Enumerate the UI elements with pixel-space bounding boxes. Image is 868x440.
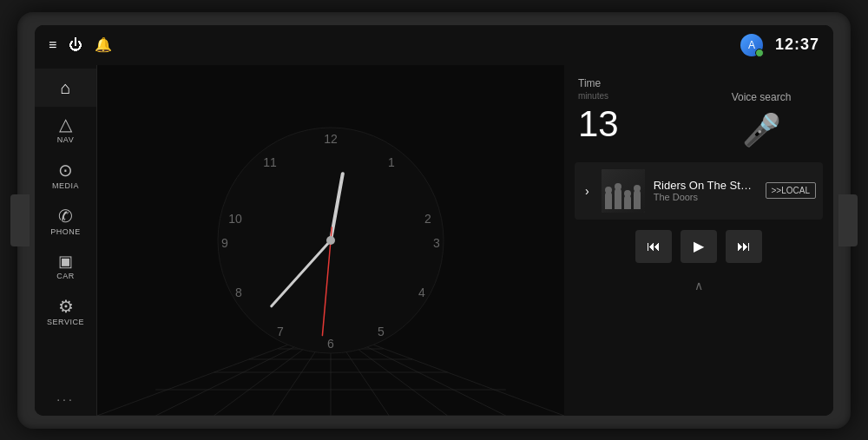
expand-icon[interactable]: ›	[582, 181, 593, 201]
svg-text:9: 9	[221, 236, 228, 250]
time-widget: Time minutes 13	[578, 77, 694, 148]
nav-icon: △	[59, 115, 72, 133]
player-controls: ⏮ ▶ ⏭	[575, 227, 823, 266]
time-widget-subtitle: minutes	[578, 91, 608, 101]
svg-text:2: 2	[424, 212, 431, 226]
svg-text:3: 3	[433, 236, 440, 250]
album-art-bg	[602, 169, 645, 213]
car-icon: ▣	[58, 253, 73, 269]
next-button[interactable]: ⏭	[726, 230, 762, 263]
phone-icon: ✆	[58, 207, 73, 225]
service-icon: ⚙	[58, 298, 74, 315]
menu-icon[interactable]: ≡	[49, 37, 56, 53]
collapse-chevron[interactable]: ∧	[575, 273, 823, 298]
prev-icon: ⏮	[647, 239, 661, 254]
mount-bracket-right	[838, 194, 858, 246]
clock-area: .gl { stroke: #2a2a2a; stroke-width: 0.5…	[97, 65, 564, 416]
sidebar-item-nav[interactable]: △ NAV	[35, 107, 96, 153]
time-widget-value: 13	[578, 106, 619, 142]
person-2	[615, 188, 621, 209]
sidebar-item-car[interactable]: ▣ CAR	[35, 245, 96, 289]
sidebar-item-service[interactable]: ⚙ SERVICE	[35, 289, 96, 335]
play-button[interactable]: ▶	[681, 230, 717, 263]
voice-widget-title: Voice search	[732, 91, 792, 103]
widgets-row: Time minutes 13 Voice search 🎤	[564, 65, 833, 155]
person-1	[605, 192, 612, 209]
voice-search-widget[interactable]: Voice search 🎤	[703, 77, 819, 148]
sidebar-item-service-label: SERVICE	[47, 318, 84, 326]
status-bar-right: A 12:37	[740, 34, 819, 56]
local-button[interactable]: >>LOCAL	[766, 182, 816, 199]
track-artist: The Doors	[654, 192, 757, 202]
sidebar: ⌂ △ NAV ⊙ MEDIA ✆ PHONE ▣ CAR	[35, 65, 97, 416]
sidebar-item-phone[interactable]: ✆ PHONE	[35, 199, 96, 245]
status-bar-left: ≡ ⏻ 🔔	[49, 36, 740, 53]
svg-text:5: 5	[378, 325, 385, 338]
track-title: Riders On The Storm	[654, 179, 757, 192]
car-head-unit: ≡ ⏻ 🔔 A 12:37 ⌂ △ NAV ⊙	[17, 12, 851, 429]
status-clock: 12:37	[775, 36, 819, 54]
play-icon: ▶	[694, 238, 704, 254]
next-icon: ⏭	[737, 239, 751, 254]
avatar[interactable]: A	[740, 34, 763, 56]
svg-text:10: 10	[228, 212, 242, 226]
svg-text:1: 1	[388, 155, 395, 169]
album-art	[602, 169, 645, 213]
screen: ≡ ⏻ 🔔 A 12:37 ⌂ △ NAV ⊙	[35, 25, 833, 416]
mount-bracket-left	[10, 194, 30, 246]
svg-text:7: 7	[277, 325, 284, 338]
media-icon: ⊙	[58, 161, 73, 179]
sidebar-item-home[interactable]: ⌂	[35, 69, 96, 107]
sidebar-item-media-label: MEDIA	[52, 181, 79, 190]
sidebar-item-car-label: CAR	[56, 272, 75, 280]
status-bar: ≡ ⏻ 🔔 A 12:37	[35, 25, 833, 65]
svg-text:6: 6	[327, 337, 334, 351]
sidebar-more[interactable]: ...	[56, 381, 75, 412]
svg-point-31	[326, 236, 335, 245]
band-silhouette	[605, 188, 641, 213]
person-3	[624, 195, 631, 209]
sidebar-item-nav-label: NAV	[57, 135, 74, 144]
bell-icon[interactable]: 🔔	[95, 36, 112, 53]
analog-clock: 12 1 2 3 4 5 6 7 8 9 10 11	[209, 119, 452, 362]
svg-text:4: 4	[418, 286, 425, 299]
home-icon: ⌂	[60, 79, 70, 96]
power-icon[interactable]: ⏻	[69, 37, 82, 53]
svg-text:11: 11	[263, 155, 277, 169]
person-4	[634, 190, 641, 209]
main-content: ⌂ △ NAV ⊙ MEDIA ✆ PHONE ▣ CAR	[35, 65, 833, 416]
svg-text:12: 12	[324, 132, 338, 146]
now-playing-row: › Rider	[575, 162, 823, 220]
time-widget-title: Time	[578, 77, 601, 89]
microphone-icon[interactable]: 🎤	[742, 112, 781, 148]
music-section: › Rider	[564, 155, 833, 416]
chevron-up-icon: ∧	[694, 279, 703, 292]
track-info: Riders On The Storm The Doors	[654, 179, 757, 202]
prev-button[interactable]: ⏮	[635, 230, 672, 263]
svg-text:8: 8	[235, 286, 242, 299]
sidebar-item-phone-label: PHONE	[50, 227, 81, 236]
sidebar-item-media[interactable]: ⊙ MEDIA	[35, 153, 96, 199]
right-panel: Time minutes 13 Voice search 🎤 ›	[564, 65, 833, 416]
